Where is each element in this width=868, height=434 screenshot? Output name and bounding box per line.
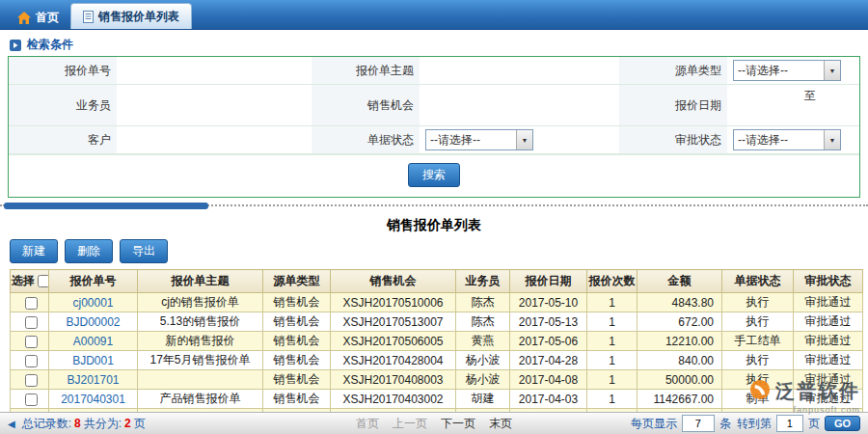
approval-cell: 审批通过 xyxy=(794,293,863,312)
page-navigation: 首页 上一页 下一页 末页 xyxy=(356,416,512,432)
source-cell: 销售机会 xyxy=(263,312,331,332)
date-to-input[interactable] xyxy=(733,105,800,124)
opportunity-input[interactable] xyxy=(425,95,610,115)
id-cell: BJD001 xyxy=(49,351,138,370)
row-checkbox[interactable] xyxy=(25,374,38,387)
row-checkbox[interactable] xyxy=(25,316,38,329)
date-from-input[interactable] xyxy=(733,86,800,105)
new-button[interactable]: 新建 xyxy=(10,239,58,263)
select-value: --请选择-- xyxy=(426,132,516,149)
search-criteria-header[interactable]: 检索条件 xyxy=(8,33,860,56)
search-form: 报价单号 报价单主题 源单类型 --请选择-- ▼ 业务员 销售机会 报价日期 xyxy=(9,57,859,154)
delete-button[interactable]: 删除 xyxy=(65,239,113,263)
salesperson-label: 业务员 xyxy=(9,85,117,126)
quote-no-label: 报价单号 xyxy=(9,57,117,85)
tab-home[interactable]: 首页 xyxy=(6,6,70,29)
source-cell: 销售机会 xyxy=(263,390,331,409)
toolbar: 新建 删除 导出 xyxy=(10,239,858,263)
approval-status-select[interactable]: --请选择-- ▼ xyxy=(733,129,841,150)
subject-cell xyxy=(138,370,263,390)
splitter-thumb[interactable] xyxy=(4,203,208,209)
goto-page-label: 转到第 xyxy=(737,416,772,432)
subject-label: 报价单主题 xyxy=(312,57,420,85)
row-checkbox[interactable] xyxy=(25,355,38,367)
home-icon xyxy=(17,12,31,24)
opportunity-cell: XSJH20170513007 xyxy=(331,312,456,332)
salesperson-input[interactable] xyxy=(122,95,302,115)
select-all-checkbox[interactable] xyxy=(38,275,49,287)
subject-cell: 产品销售报价单 xyxy=(138,390,263,409)
row-checkbox[interactable] xyxy=(25,393,38,406)
count-cell: 1 xyxy=(587,332,637,351)
column-header-source: 源单类型 xyxy=(263,270,331,293)
export-button[interactable]: 导出 xyxy=(120,239,168,263)
goto-page-input[interactable] xyxy=(776,415,803,432)
opportunity-cell: XSJH20170428004 xyxy=(331,351,456,370)
quotation-link[interactable]: BJ201701 xyxy=(67,373,119,387)
horizontal-splitter xyxy=(0,201,868,210)
id-cell: BJ201701 xyxy=(49,370,138,390)
column-header-amount: 金额 xyxy=(637,270,722,293)
customer-input[interactable] xyxy=(122,130,302,149)
opportunity-cell: XSJH20170408003 xyxy=(331,370,456,390)
table-header-row: 选择报价单号报价单主题源单类型销售机会业务员报价日期报价次数金额单据状态审批状态 xyxy=(11,270,863,293)
tab-label: 销售报价单列表 xyxy=(98,9,179,25)
collapse-icon[interactable]: ◀ xyxy=(8,419,15,429)
table-row: 2017040301产品销售报价单销售机会XSJH20170403002胡建20… xyxy=(11,390,863,409)
tab-label: 首页 xyxy=(36,10,59,26)
goto-page-unit: 页 xyxy=(808,416,820,432)
count-cell: 1 xyxy=(587,390,637,409)
column-header-id: 报价单号 xyxy=(49,270,138,293)
expand-arrow-icon xyxy=(10,40,21,51)
subject-input[interactable] xyxy=(425,61,610,80)
go-button[interactable]: GO xyxy=(825,416,860,431)
select-cell xyxy=(11,351,49,370)
per-page-input[interactable] xyxy=(682,415,715,432)
prev-page-link[interactable]: 上一页 xyxy=(393,416,427,432)
select-value: --请选择-- xyxy=(734,132,824,149)
chevron-down-icon[interactable]: ▼ xyxy=(516,130,532,149)
doc-status-label: 单据状态 xyxy=(312,126,420,154)
chevron-down-icon[interactable]: ▼ xyxy=(824,130,840,149)
date-cell: 2017-05-06 xyxy=(510,332,587,351)
count-cell: 1 xyxy=(587,370,637,390)
date-range-separator: 至 xyxy=(800,89,820,102)
column-header-opportunity: 销售机会 xyxy=(331,270,456,293)
doc_status-cell: 执行 xyxy=(722,312,794,332)
search-button[interactable]: 搜索 xyxy=(408,163,460,187)
column-header-subject: 报价单主题 xyxy=(138,270,263,293)
quotation-link[interactable]: BJD00002 xyxy=(66,315,120,329)
row-checkbox[interactable] xyxy=(25,297,38,310)
salesperson-cell: 黄燕 xyxy=(456,332,510,351)
id-cell: 2017040301 xyxy=(49,390,138,409)
next-page-link[interactable]: 下一页 xyxy=(441,416,475,432)
approval-cell: 审批通过 xyxy=(794,332,863,351)
count-cell: 1 xyxy=(587,351,637,370)
doc_status-cell: 执行 xyxy=(722,293,794,312)
customer-label: 客户 xyxy=(9,126,117,154)
quotation-link[interactable]: 2017040301 xyxy=(61,393,125,406)
table-row: BJD000025.13的销售报价销售机会XSJH20170513007陈杰20… xyxy=(11,312,863,332)
date-cell: 2017-04-08 xyxy=(510,370,587,390)
search-criteria-label: 检索条件 xyxy=(27,37,73,53)
tab-quotation-list[interactable]: 销售报价单列表 xyxy=(70,3,192,29)
quote-no-input[interactable] xyxy=(122,61,302,80)
first-page-link[interactable]: 首页 xyxy=(356,416,379,432)
doc-status-select[interactable]: --请选择-- ▼ xyxy=(425,129,533,150)
source-cell: 销售机会 xyxy=(263,370,331,390)
amount-cell: 4843.80 xyxy=(637,293,722,312)
source-type-select[interactable]: --请选择-- ▼ xyxy=(733,60,841,81)
subject-cell: 5.13的销售报价 xyxy=(138,312,263,332)
row-checkbox[interactable] xyxy=(25,336,38,348)
chevron-down-icon[interactable]: ▼ xyxy=(824,61,840,80)
opportunity-cell: XSJH20170510006 xyxy=(331,293,456,312)
pagination-bar: ◀ 总记录数: 8 共分为: 2 页 首页 上一页 下一页 末页 每页显示 条 … xyxy=(0,412,868,434)
quotation-link[interactable]: A00091 xyxy=(73,335,113,348)
opportunity-cell: XSJH20170506005 xyxy=(331,332,456,351)
quotation-link[interactable]: cj00001 xyxy=(72,296,113,310)
table-row: cj00001cj的销售报价单销售机会XSJH20170510006陈杰2017… xyxy=(11,293,863,312)
quotation-table: 选择报价单号报价单主题源单类型销售机会业务员报价日期报价次数金额单据状态审批状态… xyxy=(10,269,858,428)
quotation-link[interactable]: BJD001 xyxy=(72,354,114,367)
last-page-link[interactable]: 末页 xyxy=(489,416,512,432)
column-header-select: 选择 xyxy=(11,270,49,293)
